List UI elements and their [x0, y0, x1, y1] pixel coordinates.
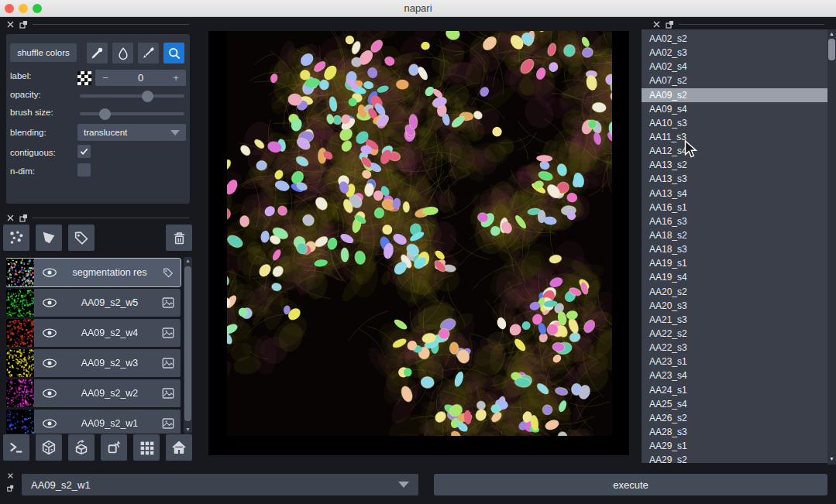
new-labels-layer-button[interactable]	[68, 225, 95, 251]
home-reset-view-button[interactable]	[166, 434, 192, 461]
visibility-eye-icon[interactable]	[42, 358, 57, 369]
scrollbar-thumb[interactable]	[828, 39, 835, 60]
float-panel-icon[interactable]	[19, 20, 28, 29]
list-item[interactable]: AA02_s2	[642, 32, 827, 46]
scroll-up-icon[interactable]: ▲	[827, 31, 836, 37]
list-item[interactable]: AA02_s3	[642, 46, 827, 60]
scroll-down-icon[interactable]: ▼	[184, 427, 192, 433]
list-item[interactable]: AA12_s4	[642, 144, 827, 158]
layer-row[interactable]: AA09_s2_w4	[6, 319, 181, 347]
list-item[interactable]: AA02_s4	[642, 60, 827, 74]
shuffle-colors-button[interactable]: shuffle colors	[10, 43, 77, 62]
label-value[interactable]: 0	[115, 72, 166, 84]
eyedropper-icon	[90, 46, 105, 60]
list-item[interactable]: AA25_s4	[642, 397, 827, 411]
close-panel-icon[interactable]	[652, 20, 661, 29]
list-item[interactable]: AA19_s4	[642, 270, 827, 284]
blending-dropdown[interactable]: translucent	[77, 124, 186, 141]
list-item[interactable]: AA09_s4	[642, 102, 827, 116]
list-item[interactable]: AA22_s2	[642, 327, 827, 341]
opacity-slider[interactable]	[80, 94, 184, 98]
label-decrement-button[interactable]: −	[95, 72, 115, 84]
transpose-dimensions-button[interactable]	[101, 434, 127, 461]
brush-size-slider[interactable]	[80, 112, 184, 115]
image-layer-icon	[162, 417, 174, 430]
zoom-tool-button[interactable]	[163, 43, 184, 63]
list-item[interactable]: AA20_s2	[642, 285, 827, 299]
list-item[interactable]: AA18_s3	[642, 242, 827, 256]
list-item[interactable]: AA10_s3	[642, 116, 827, 130]
layer-list-scrollbar[interactable]: ▲ ▼	[184, 257, 192, 434]
list-item[interactable]: AA24_s1	[642, 383, 827, 397]
layer-name: AA09_s2_w5	[57, 297, 162, 308]
label-increment-button[interactable]: +	[166, 72, 186, 84]
execute-button[interactable]: execute	[434, 474, 827, 495]
layer-thumbnail	[6, 319, 34, 347]
layer-row[interactable]: segmentation res	[6, 259, 181, 286]
grid-view-button[interactable]	[133, 434, 160, 461]
scroll-up-icon[interactable]: ▲	[184, 258, 192, 264]
list-item[interactable]: AA18_s2	[642, 228, 827, 242]
visibility-eye-icon[interactable]	[42, 267, 57, 278]
sample-list-scrollbar[interactable]: ▲ ▼	[827, 29, 836, 465]
image-select-dropdown[interactable]: AA09_s2_w1	[22, 474, 418, 495]
label-color-swatch[interactable]	[77, 71, 91, 85]
paint-tool-button[interactable]	[138, 43, 159, 63]
scrollbar-thumb[interactable]	[184, 266, 191, 421]
contiguous-checkbox[interactable]	[77, 145, 91, 158]
close-panel-icon[interactable]	[6, 20, 15, 29]
panel-header-divider	[33, 24, 189, 25]
fill-tool-button[interactable]	[112, 43, 133, 63]
list-item[interactable]: AA20_s3	[642, 299, 827, 313]
float-panel-icon[interactable]	[19, 214, 28, 222]
list-item[interactable]: AA13_s4	[642, 187, 827, 201]
list-item[interactable]: AA23_s1	[642, 355, 827, 369]
ndisplay-3d-button[interactable]	[36, 434, 62, 461]
list-item[interactable]: AA11_s3	[642, 130, 827, 144]
layer-list: segmentation resAA09_s2_w5AA09_s2_w4AA09…	[6, 257, 181, 434]
close-panel-icon[interactable]	[7, 472, 14, 479]
layer-thumbnail	[6, 410, 34, 434]
new-points-layer-button[interactable]	[3, 225, 29, 251]
viewer-canvas[interactable]	[208, 31, 629, 455]
close-panel-icon[interactable]	[6, 214, 15, 222]
list-item[interactable]: AA16_s3	[642, 214, 827, 228]
layer-row[interactable]: AA09_s2_w3	[6, 349, 181, 377]
layer-row[interactable]: AA09_s2_w5	[6, 289, 181, 317]
list-item[interactable]: AA09_s2	[642, 88, 827, 102]
list-item[interactable]: AA26_s2	[642, 411, 827, 425]
list-item[interactable]: AA16_s1	[642, 201, 827, 214]
pick-color-tool-button[interactable]	[87, 43, 108, 63]
brush-size-slider-thumb[interactable]	[99, 108, 111, 120]
list-item[interactable]: AA07_s2	[642, 74, 827, 87]
opacity-label: opacity:	[10, 90, 41, 99]
list-item[interactable]: AA22_s3	[642, 341, 827, 355]
layer-row[interactable]: AA09_s2_w2	[6, 379, 181, 407]
napari-window: napari shuffle colors	[0, 0, 836, 504]
list-item[interactable]: AA19_s1	[642, 256, 827, 270]
opacity-slider-thumb[interactable]	[142, 91, 153, 102]
ndim-checkbox[interactable]	[77, 163, 91, 177]
list-item[interactable]: AA28_s3	[642, 425, 827, 439]
scroll-down-icon[interactable]: ▼	[827, 456, 836, 462]
visibility-eye-icon[interactable]	[42, 388, 57, 399]
console-button[interactable]	[3, 434, 29, 461]
list-item[interactable]: AA13_s2	[642, 158, 827, 172]
list-item[interactable]: AA29_s2	[642, 453, 827, 463]
roll-dimensions-button[interactable]	[68, 434, 95, 461]
delete-layer-button[interactable]	[166, 225, 192, 251]
image-layer-icon	[162, 387, 174, 399]
grid-icon	[139, 440, 155, 456]
layer-row[interactable]: AA09_s2_w1	[6, 410, 181, 434]
list-item[interactable]: AA21_s3	[642, 313, 827, 327]
list-item[interactable]: AA13_s3	[642, 172, 827, 186]
bio-image[interactable]	[227, 31, 612, 436]
visibility-eye-icon[interactable]	[42, 297, 57, 308]
float-panel-icon[interactable]	[666, 20, 674, 29]
list-item[interactable]: AA29_s1	[642, 439, 827, 453]
new-shapes-layer-button[interactable]	[36, 225, 62, 251]
visibility-eye-icon[interactable]	[42, 327, 57, 338]
visibility-eye-icon[interactable]	[42, 418, 57, 429]
list-item[interactable]: AA23_s4	[642, 369, 827, 382]
float-panel-icon[interactable]	[7, 485, 14, 492]
